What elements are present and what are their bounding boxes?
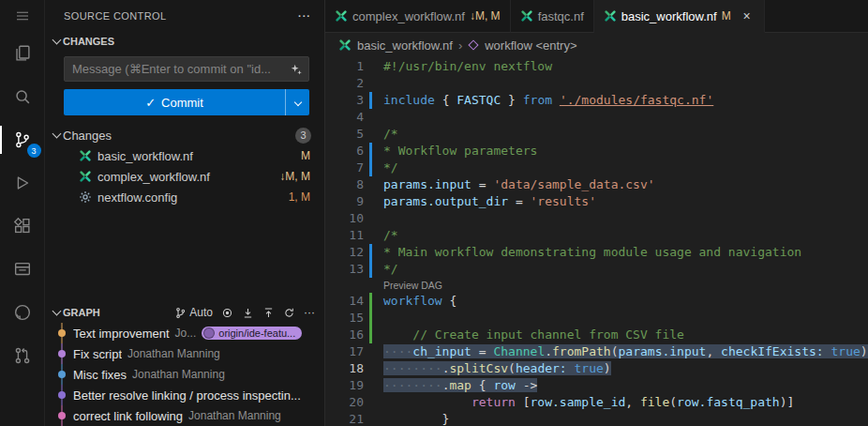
file-row-basic_workflow.nf[interactable]: basic_workflow.nfM — [45, 145, 324, 166]
code-content[interactable]: #!/usr/bin/env nextflow — [378, 58, 868, 75]
code-content[interactable] — [378, 75, 868, 92]
file-row-nextflow.config[interactable]: nextflow.config1, M — [45, 187, 324, 207]
remote-explorer-icon[interactable] — [0, 248, 45, 291]
line-number[interactable]: 13 — [325, 261, 364, 278]
line-number[interactable]: 12 — [325, 244, 364, 261]
line-number[interactable]: 2 — [325, 75, 364, 92]
commit-message-input[interactable] — [72, 62, 290, 76]
code-content[interactable]: params.input = 'data/sample_data.csv' — [378, 176, 868, 193]
line-number[interactable]: 18 — [325, 360, 364, 377]
commit-row[interactable]: Fix scriptJonathan Manning — [45, 343, 324, 364]
auto-button[interactable]: Auto — [174, 306, 213, 319]
commit-row[interactable]: correct link followingJonathan Manning — [45, 405, 324, 426]
nextflow-icon — [79, 170, 92, 183]
code-area[interactable]: 1#!/usr/bin/env nextflow23include { FAST… — [325, 57, 868, 426]
commit-button-main[interactable]: ✓ Commit — [64, 89, 285, 115]
search-icon[interactable] — [0, 75, 45, 118]
tab-fastqc.nf[interactable]: fastqc.nf — [511, 0, 594, 33]
commit-button[interactable]: ✓ Commit — [64, 89, 309, 115]
code-content[interactable] — [378, 109, 868, 126]
codelens-preview-dag[interactable]: Preview DAG — [378, 278, 442, 293]
line-number[interactable]: 16 — [325, 327, 364, 343]
code-content[interactable]: // Create input channel from CSV file — [378, 327, 868, 343]
code-token: include — [383, 93, 442, 107]
breadcrumb-symbol[interactable]: workflow <entry> — [485, 38, 576, 53]
line-number[interactable]: 11 — [325, 227, 364, 244]
tab-complex_workflow.nf[interactable]: complex_workflow.nf↓M, M — [325, 0, 511, 33]
module-link[interactable]: './modules/fastqc.nf' — [560, 93, 713, 107]
menu-icon[interactable] — [0, 0, 45, 32]
code-line: 18········.splitCsv(header: true) — [325, 360, 868, 377]
code-token: = — [471, 344, 493, 358]
graph-section-header[interactable]: GRAPH Auto ··· — [45, 302, 324, 323]
code-content[interactable]: * Workflow parameters — [378, 143, 868, 160]
code-content[interactable]: /* — [378, 227, 868, 244]
code-token: } — [501, 93, 522, 107]
explorer-icon[interactable] — [0, 32, 45, 75]
gutter-decoration — [364, 394, 378, 411]
line-number[interactable]: 15 — [325, 310, 364, 327]
code-token: -> — [516, 378, 537, 392]
breadcrumb-file[interactable]: basic_workflow.nf — [357, 38, 453, 53]
line-number[interactable]: 21 — [325, 411, 364, 426]
pull-request-icon[interactable] — [0, 334, 45, 377]
target-icon[interactable] — [221, 307, 233, 319]
code-content[interactable]: */ — [378, 160, 868, 176]
graph-more-icon[interactable]: ··· — [304, 306, 315, 319]
code-content[interactable]: return [row.sample_id, file(row.fastq_pa… — [378, 394, 868, 411]
line-number[interactable]: 6 — [325, 143, 364, 160]
commit-dropdown-button[interactable] — [285, 89, 309, 115]
line-number[interactable]: 5 — [325, 126, 364, 143]
code-content[interactable] — [378, 310, 868, 327]
commit-row[interactable]: Misc fixesJonathan Manning — [45, 364, 324, 385]
source-control-icon[interactable]: 3 — [0, 118, 45, 161]
auto-label: Auto — [189, 306, 213, 319]
code-content[interactable]: ········.map { row -> — [378, 377, 868, 394]
line-number[interactable]: 3 — [325, 92, 364, 109]
code-content[interactable]: ····ch_input = Channel.fromPath(params.i… — [378, 343, 868, 360]
run-debug-icon[interactable] — [0, 161, 45, 205]
commit-message-box — [64, 56, 309, 82]
changes-tree-header[interactable]: Changes 3 — [45, 125, 324, 145]
commit-row[interactable]: Better resolve linking / process inspect… — [45, 385, 324, 405]
line-number[interactable]: 4 — [325, 109, 364, 126]
code-content[interactable]: } — [378, 411, 868, 426]
refresh-icon[interactable] — [283, 307, 295, 319]
code-content[interactable]: /* — [378, 126, 868, 143]
sidebar-more-icon[interactable]: ··· — [298, 10, 311, 22]
commit-message: Fix script — [73, 347, 122, 361]
line-number[interactable]: 7 — [325, 160, 364, 176]
commit-row[interactable]: Text improvementJo...origin/ide-featu... — [45, 323, 324, 343]
code-content[interactable]: */ — [378, 261, 868, 278]
chevron-down-icon — [52, 307, 62, 316]
code-token: 'data/sample_data.csv' — [493, 177, 654, 191]
code-line: 21 } — [325, 411, 868, 426]
code-content[interactable]: * Main workflow demonstrating module usa… — [378, 244, 868, 261]
line-number[interactable]: 17 — [325, 343, 364, 360]
code-content[interactable] — [378, 210, 868, 227]
push-icon[interactable] — [262, 307, 275, 319]
fetch-icon[interactable] — [242, 307, 254, 319]
line-number[interactable]: 19 — [325, 377, 364, 394]
sparkle-icon[interactable] — [290, 63, 303, 76]
line-number[interactable]: 1 — [325, 58, 364, 75]
code-content[interactable]: workflow { — [378, 293, 868, 310]
code-content[interactable]: include { FASTQC } from './modules/fastq… — [378, 92, 868, 109]
line-number[interactable]: 9 — [325, 193, 364, 210]
sidebar-spacer — [45, 207, 324, 302]
github-icon[interactable] — [0, 291, 45, 334]
code-token — [383, 395, 471, 409]
tab-label: complex_workflow.nf — [352, 9, 465, 23]
close-icon[interactable]: × — [740, 8, 755, 23]
branch-badge[interactable]: origin/ide-featu... — [202, 327, 302, 340]
line-number[interactable]: 8 — [325, 176, 364, 193]
code-content[interactable]: ········.splitCsv(header: true) — [378, 360, 868, 377]
code-content[interactable]: params.output_dir = 'results' — [378, 193, 868, 210]
file-row-complex_workflow.nf[interactable]: complex_workflow.nf↓M, M — [45, 166, 324, 187]
changes-section-header[interactable]: CHANGES — [45, 32, 324, 51]
extensions-icon[interactable] — [0, 205, 45, 248]
line-number[interactable]: 20 — [325, 394, 364, 411]
line-number[interactable]: 10 — [325, 210, 364, 227]
tab-basic_workflow.nf[interactable]: basic_workflow.nfM× — [594, 0, 765, 33]
line-number[interactable]: 14 — [325, 293, 364, 310]
